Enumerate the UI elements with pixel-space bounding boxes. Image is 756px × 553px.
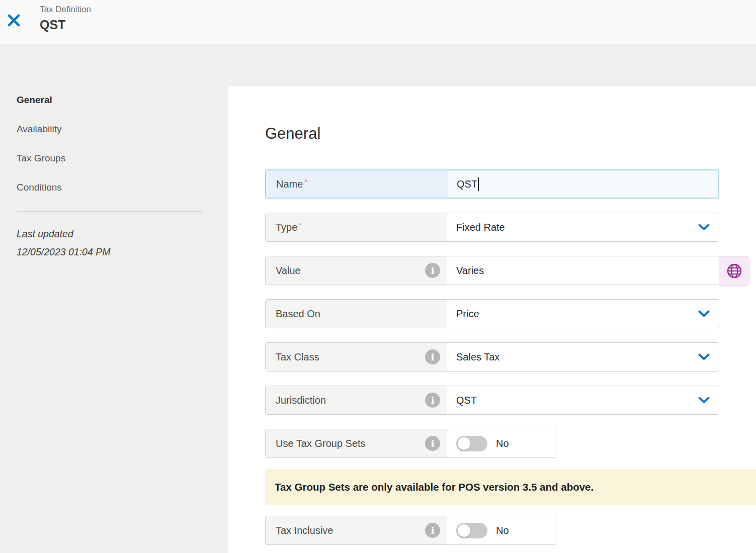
tax-group-sets-notice: Tax Group Sets are only available for PO… xyxy=(265,469,756,505)
x-icon xyxy=(7,14,21,27)
info-icon[interactable] xyxy=(425,263,440,278)
jurisdiction-label: Jurisdiction xyxy=(276,395,326,406)
type-label: Type* xyxy=(276,222,302,233)
row-type: Type* Fixed Rate xyxy=(265,213,719,242)
info-icon[interactable] xyxy=(425,523,440,538)
globe-button[interactable] xyxy=(719,256,749,286)
tax-inclusive-label: Tax Inclusive xyxy=(276,525,333,536)
type-select[interactable]: Fixed Rate xyxy=(447,213,719,241)
row-value: Value Varies xyxy=(265,256,719,285)
section-heading: General xyxy=(265,125,320,143)
toggle-knob xyxy=(458,437,470,450)
info-icon[interactable] xyxy=(425,349,440,364)
sidebar-item-availability[interactable]: Availability xyxy=(17,124,202,135)
based-on-label: Based On xyxy=(276,308,320,320)
type-value: Fixed Rate xyxy=(456,222,505,233)
last-updated-value: 12/05/2023 01:04 PM xyxy=(17,243,202,261)
info-icon[interactable] xyxy=(425,436,440,451)
chevron-down-icon xyxy=(698,397,710,404)
value-value: Varies xyxy=(456,265,484,276)
use-tax-group-sets-label: Use Tax Group Sets xyxy=(276,438,366,449)
chevron-down-icon xyxy=(698,353,710,360)
tax-class-value: Sales Tax xyxy=(456,351,499,363)
use-tax-group-sets-value: No xyxy=(496,438,509,449)
value-field[interactable]: Varies xyxy=(447,256,719,285)
sidebar-divider xyxy=(17,211,202,212)
last-updated-label: Last updated xyxy=(17,225,202,243)
tax-class-label: Tax Class xyxy=(276,351,319,363)
tax-class-select[interactable]: Sales Tax xyxy=(447,343,719,371)
sidebar-item-general[interactable]: General xyxy=(17,95,202,106)
sidebar-item-conditions[interactable]: Conditions xyxy=(17,182,202,193)
sidebar-item-tax-groups[interactable]: Tax Groups xyxy=(17,153,202,164)
last-updated: Last updated 12/05/2023 01:04 PM xyxy=(17,225,202,261)
toggle-knob xyxy=(458,524,470,537)
notice-text: Tax Group Sets are only available for PO… xyxy=(275,481,594,493)
tax-inclusive-value: No xyxy=(496,525,509,536)
close-button[interactable] xyxy=(5,12,22,29)
row-jurisdiction: Jurisdiction QST xyxy=(265,386,719,415)
based-on-select[interactable]: Price xyxy=(447,300,719,328)
jurisdiction-value: QST xyxy=(456,395,477,406)
required-asterisk: * xyxy=(299,221,302,229)
row-based-on: Based On Price xyxy=(265,299,719,328)
chevron-down-icon xyxy=(698,224,710,231)
modal-header: Tax Definition QST xyxy=(0,0,756,44)
general-form: Name* QST Type* Fixed Rate Value xyxy=(265,169,756,553)
jurisdiction-select[interactable]: QST xyxy=(447,386,719,414)
use-tax-group-sets-toggle[interactable] xyxy=(456,436,487,451)
tax-inclusive-toggle[interactable] xyxy=(456,523,487,538)
page-title: QST xyxy=(40,18,65,32)
globe-icon xyxy=(726,263,742,279)
main-panel: General Name* QST Type* Fixed Rate xyxy=(228,86,756,553)
name-label: Name* xyxy=(276,178,307,190)
name-input[interactable]: QST xyxy=(448,170,718,198)
sidebar-nav: General Availability Tax Groups Conditio… xyxy=(17,95,202,261)
row-name: Name* QST xyxy=(265,169,719,199)
row-tax-inclusive: Tax Inclusive No xyxy=(265,516,556,545)
name-value: QST xyxy=(457,178,477,190)
row-use-tax-group-sets: Use Tax Group Sets No xyxy=(265,429,556,458)
row-tax-class: Tax Class Sales Tax xyxy=(265,342,719,372)
required-asterisk: * xyxy=(304,177,307,186)
info-icon[interactable] xyxy=(425,393,440,408)
value-label: Value xyxy=(276,265,301,276)
chevron-down-icon xyxy=(698,310,710,317)
based-on-value: Price xyxy=(456,308,479,320)
text-caret xyxy=(478,177,479,191)
modal-subtitle: Tax Definition xyxy=(40,5,91,15)
